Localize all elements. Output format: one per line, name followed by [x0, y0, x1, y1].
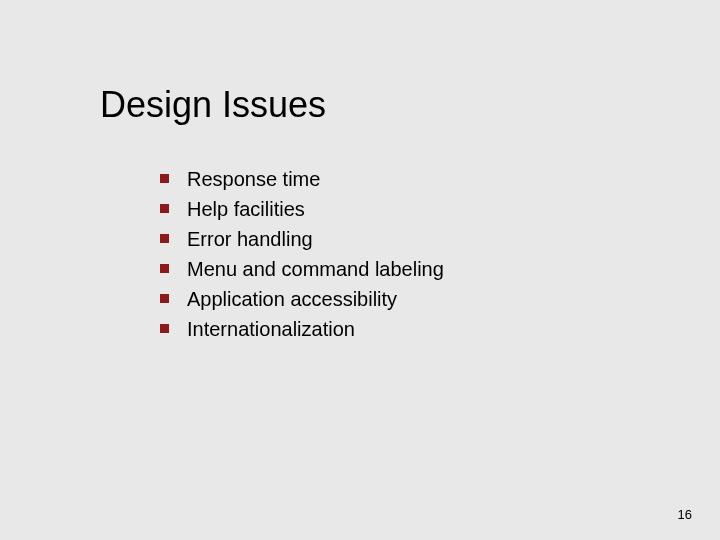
slide: Design Issues Response time Help facilit…: [0, 0, 720, 540]
slide-title: Design Issues: [100, 84, 326, 126]
list-item: Response time: [160, 166, 460, 192]
square-bullet-icon: [160, 264, 169, 273]
bullet-text: Internationalization: [187, 316, 355, 342]
bullet-text: Response time: [187, 166, 320, 192]
list-item: Help facilities: [160, 196, 460, 222]
bullet-text: Error handling: [187, 226, 313, 252]
list-item: Menu and command labeling: [160, 256, 460, 282]
page-number: 16: [678, 507, 692, 522]
square-bullet-icon: [160, 174, 169, 183]
square-bullet-icon: [160, 324, 169, 333]
bullet-list: Response time Help facilities Error hand…: [160, 166, 460, 346]
bullet-text: Menu and command labeling: [187, 256, 444, 282]
list-item: Application accessibility: [160, 286, 460, 312]
list-item: Error handling: [160, 226, 460, 252]
bullet-text: Help facilities: [187, 196, 305, 222]
square-bullet-icon: [160, 234, 169, 243]
list-item: Internationalization: [160, 316, 460, 342]
square-bullet-icon: [160, 294, 169, 303]
bullet-text: Application accessibility: [187, 286, 397, 312]
square-bullet-icon: [160, 204, 169, 213]
